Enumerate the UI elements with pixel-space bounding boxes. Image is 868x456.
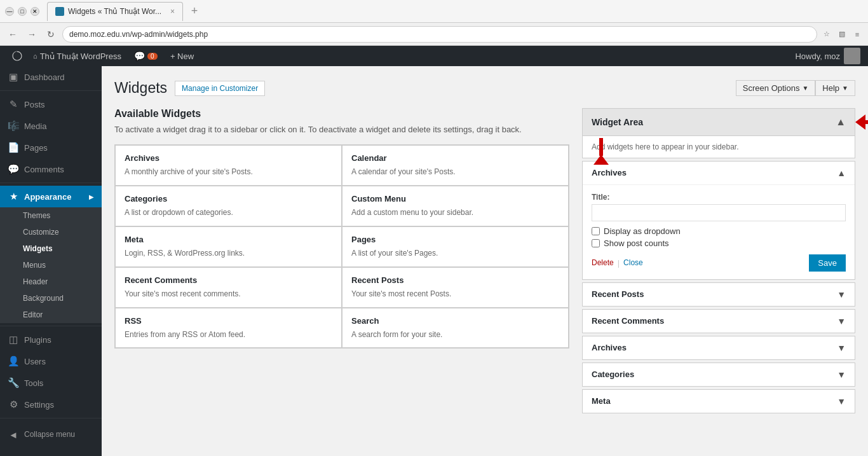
archives-save-button[interactable]: Save xyxy=(809,254,846,272)
page-top-row: Widgets Manage in Customizer Screen Opti… xyxy=(114,79,855,98)
help-chevron: ▼ xyxy=(842,85,848,92)
wp-main-content: Widgets Manage in Customizer Screen Opti… xyxy=(102,66,868,456)
archives-title-input[interactable] xyxy=(592,204,846,221)
widget-item-archives[interactable]: Archives A monthly archive of your site'… xyxy=(115,145,342,186)
tab-close-icon[interactable]: × xyxy=(170,7,175,16)
tab-favicon xyxy=(55,7,64,16)
widget-item-recent-posts[interactable]: Recent Posts Your site's most recent Pos… xyxy=(342,267,569,308)
widget-item-categories[interactable]: Categories A list or dropdown of categor… xyxy=(115,186,342,226)
sidebar-submenu-header[interactable]: Header xyxy=(0,273,102,290)
tab-title: Widgets « Thủ Thuật Wor... xyxy=(68,7,161,16)
sidebar-item-tools[interactable]: 🔧 Tools xyxy=(0,372,102,394)
topbar-site-name[interactable]: ⌂ Thủ Thuật WordPress xyxy=(27,46,128,66)
help-button[interactable]: Help ▼ xyxy=(815,80,855,96)
screen-options-button[interactable]: Screen Options ▼ xyxy=(736,80,816,96)
posts-icon: ✎ xyxy=(8,99,19,110)
bookmark-star-icon[interactable]: ☆ xyxy=(821,29,832,40)
widget-grid: Archives A monthly archive of your site'… xyxy=(114,144,569,349)
widget-item-meta[interactable]: Meta Login, RSS, & WordPress.org links. xyxy=(115,226,342,267)
archives-widget-collapse-icon: ▲ xyxy=(837,168,846,178)
pages-icon: 📄 xyxy=(8,142,19,153)
archives-collapsed-widget-header[interactable]: Archives ▼ xyxy=(583,336,855,359)
sidebar-item-dashboard[interactable]: ▣ Dashboard xyxy=(0,66,102,88)
widget-desc-custom-menu: Add a custom menu to your sidebar. xyxy=(351,207,559,218)
sidebar-item-settings[interactable]: ⚙ Settings xyxy=(0,394,102,415)
recent-comments-widget-header[interactable]: Recent Comments ▼ xyxy=(583,310,855,333)
widget-name-archives: Archives xyxy=(125,153,332,163)
archives-title-label: Title: xyxy=(592,193,846,202)
widget-desc-calendar: A calendar of your site's Posts. xyxy=(351,167,559,177)
comments-badge: 0 xyxy=(147,53,158,60)
archives-collapsed-collapse-icon: ▼ xyxy=(837,343,846,353)
widget-name-recent-comments: Recent Comments xyxy=(125,275,332,285)
maximize-button[interactable]: □ xyxy=(18,7,27,16)
sidebar-submenu-menus[interactable]: Menus xyxy=(0,257,102,273)
browser-chrome: — □ ✕ Widgets « Thủ Thuật Wor... × + ← →… xyxy=(0,0,868,46)
categories-widget-title: Categories xyxy=(592,370,634,379)
extensions-icon[interactable]: ▧ xyxy=(836,29,848,40)
address-text: demo.moz.edu.vn/wp-admin/widgets.php xyxy=(69,30,208,39)
wp-sidebar: ▣ Dashboard ✎ Posts 🎼 Media 📄 Pages 💬 Co… xyxy=(0,66,102,456)
archives-separator: | xyxy=(618,258,620,268)
sidebar-submenu-customize[interactable]: Customize xyxy=(0,224,102,240)
sidebar-item-comments[interactable]: 💬 Comments xyxy=(0,158,102,180)
widget-item-calendar[interactable]: Calendar A calendar of your site's Posts… xyxy=(342,145,569,186)
sidebar-item-posts[interactable]: ✎ Posts xyxy=(0,93,102,115)
topbar-new[interactable]: + New xyxy=(164,46,200,66)
widget-area-collapse-icon: ▲ xyxy=(836,116,846,128)
address-bar[interactable]: demo.moz.edu.vn/wp-admin/widgets.php xyxy=(62,26,817,43)
sidebar-item-appearance[interactable]: ★ Appearance ▶ xyxy=(0,186,102,207)
widget-item-rss[interactable]: RSS Entries from any RSS or Atom feed. xyxy=(115,308,342,349)
active-tab[interactable]: Widgets « Thủ Thuật Wor... × xyxy=(47,2,183,21)
sidebar-item-media[interactable]: 🎼 Media xyxy=(0,115,102,137)
back-button[interactable]: ← xyxy=(5,27,20,42)
categories-widget-header[interactable]: Categories ▼ xyxy=(583,363,855,386)
recent-comments-collapse-icon: ▼ xyxy=(837,316,846,326)
new-tab-button[interactable]: + xyxy=(183,2,206,21)
minimize-button[interactable]: — xyxy=(5,7,14,16)
sidebar-item-pages[interactable]: 📄 Pages xyxy=(0,137,102,158)
chrome-menu-icon[interactable]: ≡ xyxy=(851,29,863,40)
widget-name-recent-posts: Recent Posts xyxy=(351,275,559,285)
close-window-button[interactable]: ✕ xyxy=(31,7,39,16)
browser-nav-bar: ← → ↻ demo.moz.edu.vn/wp-admin/widgets.p… xyxy=(0,23,868,46)
archives-counts-row: Show post counts xyxy=(592,238,846,248)
sidebar-submenu-widgets[interactable]: Widgets xyxy=(0,240,102,257)
sidebar-collapse-menu[interactable]: ◄ Collapse menu xyxy=(0,424,102,445)
widget-item-pages[interactable]: Pages A list of your site's Pages. xyxy=(342,226,569,267)
widget-name-rss: RSS xyxy=(125,316,332,326)
archives-dropdown-checkbox[interactable] xyxy=(592,227,600,235)
sidebar-item-plugins[interactable]: ◫ Plugins xyxy=(0,329,102,350)
widget-desc-search: A search form for your site. xyxy=(351,329,559,340)
forward-button[interactable]: → xyxy=(24,27,39,42)
page-title-row: Widgets Manage in Customizer xyxy=(114,79,265,98)
widget-desc-meta: Login, RSS, & WordPress.org links. xyxy=(125,248,332,259)
sidebar-submenu-background[interactable]: Background xyxy=(0,290,102,307)
refresh-button[interactable]: ↻ xyxy=(43,27,58,42)
widget-item-recent-comments[interactable]: Recent Comments Your site's most recent … xyxy=(115,267,342,308)
topbar-wp-logo[interactable] xyxy=(8,46,27,66)
plugins-icon: ◫ xyxy=(8,334,19,345)
archives-widget-header[interactable]: Archives ▲ xyxy=(583,162,855,184)
archives-delete-link[interactable]: Delete xyxy=(592,258,614,267)
widget-item-custom-menu[interactable]: Custom Menu Add a custom menu to your si… xyxy=(342,186,569,226)
recent-posts-widget-title: Recent Posts xyxy=(592,289,644,299)
archives-counts-checkbox[interactable] xyxy=(592,239,600,247)
archives-widget-expanded-container: Archives ▲ Title: Display as dropdown xyxy=(582,161,855,280)
available-widgets-description: To activate a widget drag it to a sideba… xyxy=(114,123,569,136)
widget-area-header[interactable]: Widget Area ▲ xyxy=(582,108,855,136)
wp-admin: ⌂ Thủ Thuật WordPress 💬 0 + New Howdy, m… xyxy=(0,46,868,456)
sidebar-submenu-themes[interactable]: Themes xyxy=(0,207,102,224)
recent-posts-widget-header[interactable]: Recent Posts ▼ xyxy=(583,283,855,306)
archives-close-link[interactable]: Close xyxy=(623,258,643,267)
widget-item-search[interactable]: Search A search form for your site. xyxy=(342,308,569,349)
sidebar-item-users[interactable]: 👤 Users xyxy=(0,350,102,372)
topbar-comments[interactable]: 💬 0 xyxy=(128,46,164,66)
widget-name-categories: Categories xyxy=(125,194,332,204)
annotation-arrow-right xyxy=(855,114,868,130)
widget-desc-pages: A list of your site's Pages. xyxy=(351,248,559,259)
meta-widget-header[interactable]: Meta ▼ xyxy=(583,390,855,413)
manage-in-customizer-button[interactable]: Manage in Customizer xyxy=(175,81,265,96)
sidebar-submenu-editor[interactable]: Editor xyxy=(0,307,102,323)
appearance-icon: ★ xyxy=(8,191,19,202)
